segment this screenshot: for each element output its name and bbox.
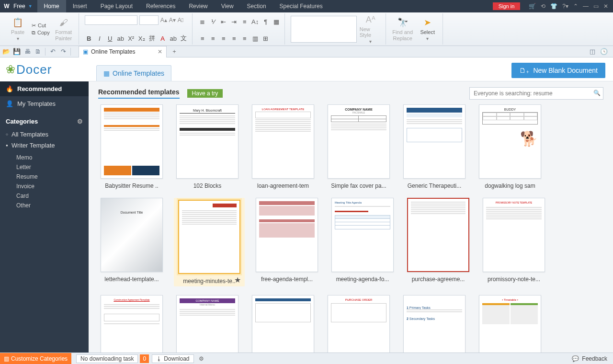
feedback-button[interactable]: 💬 Feedback [572, 355, 607, 362]
shrink-font-icon[interactable]: A▾ [169, 17, 176, 23]
subcat-card[interactable]: Card [16, 191, 50, 201]
maximize-icon[interactable]: ▭ [593, 3, 599, 10]
template-card[interactable]: COMPANY NAMEFACSIMILE Simple fax cover p… [325, 104, 392, 189]
menu-special-features[interactable]: Special Features [273, 0, 329, 12]
cat-writer-template[interactable]: Writer Template [6, 140, 83, 151]
pin-icon[interactable]: ◫ [588, 47, 597, 56]
template-card[interactable]: Meeting Title Agenda meeting-agenda-fo..… [329, 198, 396, 286]
template-card[interactable]: PROMISSORY NOTE TEMPLATE promissory-note… [480, 198, 547, 286]
open-icon[interactable]: 📂 [2, 47, 11, 56]
template-card[interactable] [250, 295, 317, 353]
close-icon[interactable]: ✕ [603, 3, 608, 10]
bold-icon[interactable]: B [85, 34, 93, 43]
subcat-other[interactable]: Other [16, 201, 50, 210]
template-card[interactable]: 1 Primary Tasks2 Secondary Tasks [401, 295, 468, 353]
underline-icon[interactable]: U [106, 34, 114, 43]
refresh-icon[interactable]: ⟲ [541, 3, 545, 10]
template-card[interactable]: • Timetable • [477, 295, 544, 353]
font-size-input[interactable] [139, 15, 159, 25]
align-center-icon[interactable]: ≡ [209, 34, 217, 43]
template-card[interactable]: purchase-agreeme... [405, 198, 472, 286]
subcat-resume[interactable]: Resume [16, 172, 50, 182]
sidebar-my-templates[interactable]: 👤 My Templates [0, 96, 89, 111]
new-tab-button[interactable]: ＋ [169, 47, 180, 57]
template-card[interactable]: free-agenda-templ... [253, 198, 320, 286]
menu-page-layout[interactable]: Page Layout [94, 0, 139, 12]
template-card[interactable]: Construction Agreement Template contract… [98, 295, 165, 353]
menu-references[interactable]: References [139, 0, 182, 12]
document-tab[interactable]: ▣ Online Templates ✕ [79, 46, 167, 57]
bullets-icon[interactable]: ≣ [198, 17, 207, 26]
shirt-icon[interactable]: 👕 [550, 3, 557, 10]
minimize-icon[interactable]: — [583, 3, 589, 10]
gear-icon[interactable]: ⚙ [77, 118, 83, 125]
template-card-selected[interactable]: meeting-minutes-te.. ★ [174, 198, 245, 286]
template-card[interactable]: LOAN AGREEMENT TEMPLATE loan-agreement-t… [250, 104, 317, 189]
paste-button[interactable]: 📋 Paste ▾ [7, 17, 29, 41]
menu-review[interactable]: Review [182, 0, 214, 12]
numbering-icon[interactable]: ⅟ [209, 17, 217, 26]
align-right-icon[interactable]: ≡ [219, 34, 228, 43]
menu-home[interactable]: Home [37, 0, 66, 12]
sort-icon[interactable]: A↕ [251, 17, 260, 26]
dropdown-icon[interactable]: ▼ [28, 4, 33, 9]
decrease-indent-icon[interactable]: ⇤ [219, 17, 228, 26]
italic-icon[interactable]: I [95, 34, 104, 43]
cat-all-templates[interactable]: All Templates [6, 129, 83, 140]
menu-view[interactable]: View [215, 0, 240, 12]
template-card[interactable]: Babysitter Resume .. [98, 104, 165, 189]
redo-icon[interactable]: ↷ [59, 47, 68, 56]
print-icon[interactable]: 🖶 [23, 47, 32, 56]
template-card[interactable]: PURCHASE ORDER [325, 295, 392, 353]
menu-insert[interactable]: Insert [66, 0, 94, 12]
increase-indent-icon[interactable]: ⇥ [230, 17, 238, 26]
download-button[interactable]: ⭳ Download [152, 354, 193, 363]
template-card[interactable]: COMPANY NAMEInternal Memo memo-template-… [174, 295, 241, 353]
subcat-letter[interactable]: Letter [16, 162, 50, 172]
template-card[interactable]: Document Title letterhead-template... [98, 198, 165, 286]
strikethrough-icon[interactable]: ab [116, 34, 125, 43]
new-blank-document-button[interactable]: 🗋₊ New Blank Document [511, 63, 605, 78]
font-name-input[interactable] [85, 15, 137, 25]
cut-button[interactable]: ✂Cut [32, 23, 50, 29]
online-templates-tab[interactable]: ▦ Online Templates [96, 65, 171, 81]
help-icon[interactable]: ?▾ [562, 3, 568, 10]
sub-icon[interactable]: X₂ [137, 34, 146, 43]
char-border-icon[interactable]: 文 [180, 34, 188, 43]
distribute-icon[interactable]: ≡ [240, 34, 249, 43]
clock-icon[interactable]: 🕓 [600, 47, 608, 56]
justify-icon[interactable]: ≡ [230, 34, 238, 43]
search-input[interactable] [469, 87, 603, 100]
style-preview[interactable] [291, 16, 357, 43]
template-card[interactable]: Generic Therapeuti... [401, 104, 468, 189]
have-a-try-badge[interactable]: Have a try [187, 89, 223, 98]
line-spacing-icon[interactable]: ≡ [240, 17, 249, 26]
template-card[interactable]: Mary H. Bloomcraft 102 Blocks [174, 104, 241, 189]
subcat-memo[interactable]: Memo [16, 153, 50, 162]
signin-button[interactable]: Sign in [493, 2, 521, 10]
copy-button[interactable]: ⧉Copy [32, 30, 50, 36]
tabs-icon[interactable]: ⊞ [261, 34, 270, 43]
star-icon[interactable]: ★ [234, 275, 241, 284]
find-replace-button[interactable]: 🔭 Find and Replace [392, 17, 414, 41]
search-icon[interactable]: 🔍 [593, 90, 601, 96]
cart-icon[interactable]: 🛒 [529, 3, 536, 10]
customize-categories-button[interactable]: ▥ Customize Categories [0, 353, 71, 364]
font-color-icon[interactable]: A [159, 34, 167, 43]
phonetic-icon[interactable]: 拼 [148, 34, 157, 43]
menu-section[interactable]: Section [240, 0, 273, 12]
subcat-invoice[interactable]: Invoice [16, 182, 50, 191]
format-painter-button[interactable]: 🖌 Format Painter [53, 17, 75, 41]
close-tab-icon[interactable]: ✕ [158, 48, 162, 55]
sidebar-recommended[interactable]: 🔥 Recommended [0, 81, 89, 96]
clear-format-icon[interactable]: Aͯ [178, 17, 183, 23]
borders-icon[interactable]: ▦ [272, 17, 281, 26]
highlight-icon[interactable]: ab [169, 34, 178, 43]
ribbon-collapse-icon[interactable]: ⌃ [573, 3, 578, 10]
shading-icon[interactable]: ▥ [251, 34, 260, 43]
print-preview-icon[interactable]: 🗎 [34, 47, 42, 56]
save-icon[interactable]: 💾 [12, 47, 21, 56]
super-icon[interactable]: X² [127, 34, 136, 43]
settings-icon[interactable]: ⚙ [199, 355, 204, 362]
new-style-button[interactable]: Aᴬ New Style ▾ [360, 14, 382, 44]
